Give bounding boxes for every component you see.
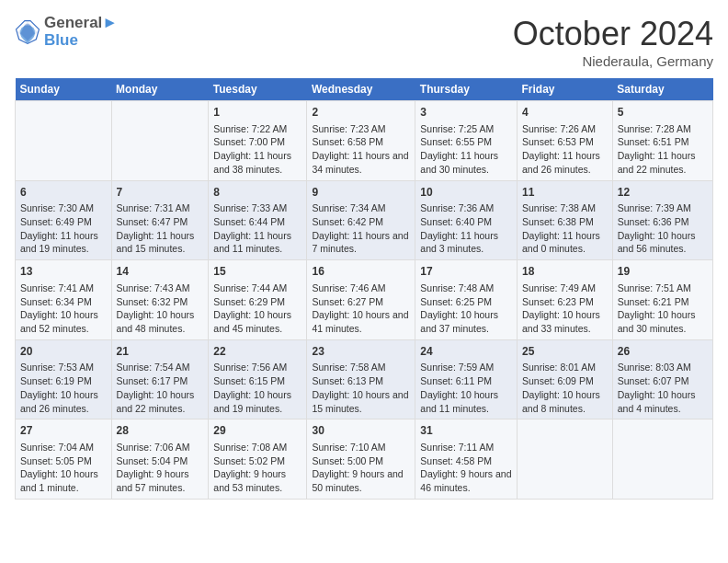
day-number: 2 (312, 105, 410, 121)
day-info: Sunset: 6:42 PM (312, 215, 410, 229)
calendar-cell: 10Sunrise: 7:36 AMSunset: 6:40 PMDayligh… (415, 180, 518, 260)
day-number: 1 (213, 105, 301, 121)
week-row-1: 1Sunrise: 7:22 AMSunset: 7:00 PMDaylight… (16, 101, 713, 181)
calendar-cell: 12Sunrise: 7:39 AMSunset: 6:36 PMDayligh… (612, 180, 712, 260)
day-info: Daylight: 11 hours and 34 minutes. (312, 149, 410, 176)
calendar-cell: 18Sunrise: 7:49 AMSunset: 6:23 PMDayligh… (518, 260, 613, 340)
logo: General► Blue (15, 15, 118, 49)
calendar-cell: 1Sunrise: 7:22 AMSunset: 7:00 PMDaylight… (209, 101, 307, 181)
calendar-cell: 26Sunrise: 8:03 AMSunset: 6:07 PMDayligh… (612, 339, 712, 419)
day-info: Daylight: 11 hours and 26 minutes. (522, 149, 608, 176)
day-info: Sunrise: 7:46 AM (312, 282, 410, 295)
day-info: Sunset: 6:15 PM (213, 374, 301, 388)
day-number: 21 (117, 344, 204, 360)
day-number: 16 (312, 264, 410, 280)
calendar-cell: 29Sunrise: 7:08 AMSunset: 5:02 PMDayligh… (209, 419, 307, 500)
day-info: Sunset: 6:27 PM (312, 295, 410, 309)
calendar-cell: 20Sunrise: 7:53 AMSunset: 6:19 PMDayligh… (16, 339, 112, 419)
day-number: 8 (213, 185, 301, 201)
day-info: Daylight: 11 hours and 22 minutes. (618, 149, 708, 176)
day-number: 13 (20, 264, 107, 280)
day-info: Sunset: 6:25 PM (420, 295, 512, 309)
day-number: 4 (522, 105, 608, 121)
day-info: Sunset: 6:19 PM (20, 374, 107, 388)
header: General► Blue October 2024 Niederaula, G… (15, 15, 713, 69)
day-header-wednesday: Wednesday (307, 78, 415, 101)
day-info: Sunrise: 7:38 AM (522, 201, 608, 215)
logo-text: General► Blue (44, 15, 118, 49)
day-info: Sunset: 6:32 PM (117, 295, 204, 309)
day-info: Sunset: 7:00 PM (213, 135, 301, 149)
day-info: Daylight: 10 hours and 37 minutes. (420, 308, 512, 335)
day-info: Daylight: 9 hours and 50 minutes. (312, 467, 410, 494)
day-number: 6 (20, 185, 107, 201)
day-number: 3 (420, 105, 512, 121)
day-info: Daylight: 10 hours and 19 minutes. (213, 388, 301, 415)
day-info: Daylight: 11 hours and 19 minutes. (20, 229, 107, 256)
day-info: Sunrise: 7:26 AM (522, 122, 608, 136)
day-info: Sunrise: 7:10 AM (312, 441, 410, 454)
day-info: Sunrise: 7:44 AM (213, 282, 301, 295)
calendar-cell: 30Sunrise: 7:10 AMSunset: 5:00 PMDayligh… (307, 419, 415, 500)
day-info: Sunrise: 7:23 AM (312, 122, 410, 136)
day-info: Daylight: 11 hours and 3 minutes. (420, 229, 512, 256)
day-info: Sunrise: 7:36 AM (420, 201, 512, 215)
day-info: Sunrise: 7:39 AM (618, 201, 708, 215)
day-info: Sunrise: 7:59 AM (420, 361, 512, 374)
day-number: 9 (312, 185, 410, 201)
day-info: Daylight: 9 hours and 46 minutes. (420, 467, 512, 494)
week-row-3: 13Sunrise: 7:41 AMSunset: 6:34 PMDayligh… (16, 260, 713, 340)
calendar-cell: 7Sunrise: 7:31 AMSunset: 6:47 PMDaylight… (111, 180, 209, 260)
day-info: Sunset: 6:51 PM (618, 135, 708, 149)
day-number: 29 (213, 423, 301, 439)
day-info: Sunrise: 7:06 AM (117, 441, 204, 454)
day-info: Sunset: 6:38 PM (522, 215, 608, 229)
day-number: 19 (618, 264, 708, 280)
day-info: Sunrise: 7:48 AM (420, 282, 512, 295)
day-number: 31 (420, 423, 512, 439)
day-number: 12 (618, 185, 708, 201)
day-info: Daylight: 11 hours and 30 minutes. (420, 149, 512, 176)
calendar-cell (111, 101, 209, 181)
calendar-cell: 27Sunrise: 7:04 AMSunset: 5:05 PMDayligh… (16, 419, 112, 500)
calendar-cell: 31Sunrise: 7:11 AMSunset: 4:58 PMDayligh… (415, 419, 518, 500)
calendar-cell: 15Sunrise: 7:44 AMSunset: 6:29 PMDayligh… (209, 260, 307, 340)
location: Niederaula, Germany (513, 53, 713, 69)
day-number: 11 (522, 185, 608, 201)
day-number: 18 (522, 264, 608, 280)
day-info: Daylight: 10 hours and 4 minutes. (618, 388, 708, 415)
calendar-cell: 24Sunrise: 7:59 AMSunset: 6:11 PMDayligh… (415, 339, 518, 419)
month-title: October 2024 (513, 15, 713, 53)
day-header-monday: Monday (111, 78, 209, 101)
day-info: Daylight: 10 hours and 8 minutes. (522, 388, 608, 415)
day-info: Sunrise: 7:58 AM (312, 361, 410, 374)
day-info: Daylight: 10 hours and 11 minutes. (420, 388, 512, 415)
day-info: Sunset: 6:40 PM (420, 215, 512, 229)
day-info: Daylight: 11 hours and 15 minutes. (117, 229, 204, 256)
day-info: Sunset: 6:17 PM (117, 374, 204, 388)
calendar-cell: 22Sunrise: 7:56 AMSunset: 6:15 PMDayligh… (209, 339, 307, 419)
calendar-cell: 9Sunrise: 7:34 AMSunset: 6:42 PMDaylight… (307, 180, 415, 260)
calendar-cell: 19Sunrise: 7:51 AMSunset: 6:21 PMDayligh… (612, 260, 712, 340)
calendar-cell (612, 419, 712, 500)
day-info: Daylight: 9 hours and 53 minutes. (213, 467, 301, 494)
day-header-sunday: Sunday (16, 78, 112, 101)
day-info: Sunrise: 7:11 AM (420, 441, 512, 454)
day-info: Sunrise: 7:22 AM (213, 122, 301, 136)
calendar-cell: 3Sunrise: 7:25 AMSunset: 6:55 PMDaylight… (415, 101, 518, 181)
day-info: Sunrise: 8:01 AM (522, 361, 608, 374)
day-info: Daylight: 10 hours and 48 minutes. (117, 308, 204, 335)
day-info: Daylight: 10 hours and 45 minutes. (213, 308, 301, 335)
day-info: Daylight: 11 hours and 38 minutes. (213, 149, 301, 176)
day-info: Sunset: 6:49 PM (20, 215, 107, 229)
day-number: 30 (312, 423, 410, 439)
day-number: 26 (618, 344, 708, 360)
day-info: Sunrise: 7:33 AM (213, 201, 301, 215)
day-header-friday: Friday (518, 78, 613, 101)
calendar-page: General► Blue October 2024 Niederaula, G… (0, 0, 728, 509)
day-number: 7 (117, 185, 204, 201)
day-info: Sunrise: 7:43 AM (117, 282, 204, 295)
day-info: Daylight: 10 hours and 22 minutes. (117, 388, 204, 415)
day-number: 25 (522, 344, 608, 360)
day-info: Sunrise: 7:51 AM (618, 282, 708, 295)
